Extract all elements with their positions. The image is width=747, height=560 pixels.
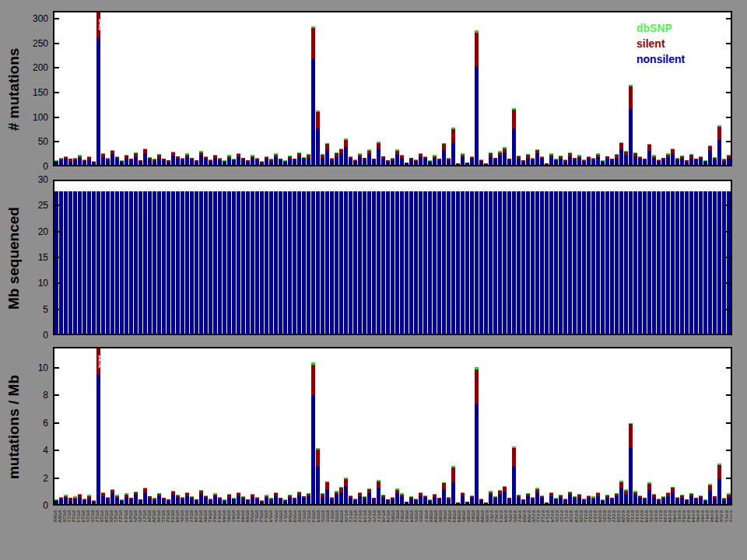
- x-tick-label: 0650: [250, 510, 254, 555]
- x-tick-label: 0748: [710, 510, 714, 555]
- x-tick-label: 0742: [682, 510, 686, 555]
- bar: [549, 153, 553, 165]
- bar: [675, 497, 679, 504]
- bar: [479, 499, 483, 504]
- bar: [493, 496, 497, 504]
- x-tick-label: 0619: [104, 510, 108, 555]
- bar: [507, 159, 511, 165]
- bar: [96, 347, 100, 504]
- bar: [512, 446, 516, 504]
- bar: [577, 494, 581, 504]
- bar: [727, 493, 731, 504]
- bar: [115, 191, 119, 334]
- bar: [409, 496, 413, 504]
- bar: [335, 191, 338, 334]
- y-tick-label: 30: [14, 174, 48, 185]
- bar: [307, 154, 310, 165]
- bar: [493, 158, 497, 165]
- bar: [185, 492, 189, 504]
- x-tick-label: 0628: [147, 510, 151, 555]
- bar: [106, 497, 110, 504]
- x-tick-label: 0716: [559, 510, 563, 555]
- bar: [433, 155, 437, 165]
- x-tick-label: 0707: [517, 510, 521, 555]
- y-tick: [726, 141, 732, 142]
- mutations-panel: dbSNP silent nonsilent 343: [53, 11, 732, 166]
- mb-sequenced-panel: [53, 180, 732, 335]
- x-tick-label: 0643: [217, 510, 221, 555]
- bar: [367, 149, 371, 165]
- bar: [437, 191, 441, 334]
- x-tick-label: 0665: [321, 510, 324, 555]
- bar: [447, 191, 451, 334]
- bar: [549, 492, 553, 504]
- bar: [521, 160, 525, 165]
- bar: [358, 153, 362, 165]
- bar: [442, 143, 446, 165]
- bar: [475, 30, 479, 165]
- x-tick-label: 0673: [358, 510, 362, 555]
- x-tick-label: 0685: [414, 510, 418, 555]
- y-tick: [726, 394, 732, 396]
- x-tick-label: 0677: [377, 510, 381, 555]
- bar: [162, 159, 166, 165]
- bar: [643, 159, 647, 165]
- bar: [619, 142, 623, 165]
- bar: [316, 448, 320, 504]
- bar: [129, 159, 133, 165]
- bar: [563, 159, 567, 165]
- bar: [339, 487, 343, 504]
- bar: [92, 500, 96, 504]
- x-tick-label: 0666: [325, 510, 329, 555]
- x-tick-label: 0675: [367, 510, 371, 555]
- bar: [223, 160, 226, 165]
- bar: [717, 191, 721, 334]
- bar: [633, 491, 637, 504]
- bar: [321, 493, 324, 504]
- bar: [251, 191, 254, 334]
- bar: [409, 191, 413, 334]
- bar: [162, 191, 166, 334]
- x-tick-label: 0747: [705, 510, 709, 555]
- bar: [559, 156, 563, 165]
- bar: [442, 191, 446, 334]
- x-tick-label: 0656: [279, 510, 282, 555]
- bar: [652, 191, 656, 334]
- bar: [391, 158, 395, 165]
- bar: [484, 502, 488, 504]
- x-tick-label: 0679: [386, 510, 390, 555]
- bar: [624, 489, 628, 504]
- bar: [591, 158, 595, 165]
- bar: [260, 500, 264, 504]
- bar: [246, 191, 250, 334]
- bar: [433, 494, 437, 504]
- bar: [339, 191, 343, 334]
- bar: [124, 155, 128, 165]
- bar: [349, 156, 352, 165]
- bar: [353, 499, 357, 504]
- y-tick-label: 25: [14, 200, 48, 211]
- bar: [624, 151, 628, 165]
- bar: [629, 191, 633, 334]
- x-tick-label: 0663: [311, 510, 315, 555]
- bar: [605, 156, 609, 165]
- bar: [68, 191, 72, 334]
- x-tick-label: 0669: [339, 510, 343, 555]
- bar: [363, 158, 366, 165]
- bar: [722, 498, 726, 504]
- x-tick-label: 0649: [245, 510, 249, 555]
- x-tick-label: 0654: [268, 510, 272, 555]
- x-tick-label: 0610: [62, 510, 66, 555]
- bar: [619, 191, 623, 334]
- bar: [582, 191, 586, 334]
- bar: [465, 502, 469, 504]
- x-tick-label: 0638: [194, 510, 198, 555]
- bar: [265, 156, 268, 165]
- mutations-per-mb-panel: 12.2: [53, 347, 732, 506]
- bar: [554, 191, 558, 334]
- bar: [162, 498, 166, 504]
- bar: [493, 191, 497, 334]
- x-tick-label: 0668: [335, 510, 338, 555]
- x-tick-label: 0657: [283, 510, 287, 555]
- x-tick-label: 0652: [259, 510, 263, 555]
